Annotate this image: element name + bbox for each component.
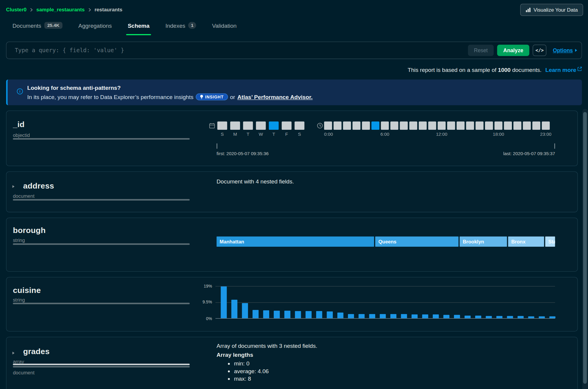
hour-square[interactable] [542, 121, 550, 130]
field-type: document [13, 193, 34, 199]
cuisine-bar[interactable] [412, 314, 418, 318]
weekday-square[interactable] [217, 121, 227, 130]
borough-segment[interactable]: Brooklyn [460, 237, 507, 247]
hour-square[interactable] [390, 121, 398, 130]
hour-square[interactable] [343, 121, 351, 130]
expand-chevron-icon[interactable] [11, 185, 15, 189]
learn-more-label: Learn more [545, 67, 576, 73]
options-link[interactable]: Options [553, 47, 577, 53]
cuisine-bar[interactable] [401, 314, 407, 318]
hour-tick-label: 23:00 [540, 132, 551, 137]
cuisine-bar[interactable] [263, 310, 269, 318]
hour-square[interactable] [532, 121, 541, 130]
learn-more-link[interactable]: Learn more [545, 67, 582, 73]
hour-square[interactable] [409, 121, 417, 130]
borough-segment[interactable]: Queens [375, 237, 459, 247]
cuisine-bar[interactable] [518, 316, 524, 318]
cuisine-bar[interactable] [306, 311, 312, 318]
hour-square[interactable] [485, 121, 493, 130]
cuisine-bar[interactable] [464, 316, 470, 318]
hour-square[interactable] [495, 121, 503, 130]
cuisine-bar[interactable] [253, 310, 258, 318]
cuisine-bar[interactable] [380, 314, 386, 318]
analyze-button[interactable]: Analyze [497, 45, 529, 56]
cuisine-bar[interactable] [433, 315, 439, 318]
cuisine-bar[interactable] [284, 311, 290, 318]
cuisine-bar[interactable] [221, 286, 227, 318]
cuisine-bar[interactable] [242, 303, 248, 318]
cuisine-bar[interactable] [475, 316, 481, 318]
banner-line2: In its place, you may refer to Data Expl… [27, 93, 313, 100]
sample-count: 1000 [498, 67, 510, 73]
cuisine-bar[interactable] [337, 313, 343, 318]
tab-validation[interactable]: Validation [212, 19, 236, 35]
cuisine-bar[interactable] [295, 311, 301, 318]
cuisine-bar[interactable] [496, 316, 502, 318]
cuisine-bar[interactable] [316, 311, 322, 318]
cuisine-bar[interactable] [443, 315, 449, 318]
weekday-square[interactable] [243, 121, 253, 130]
cuisine-bar[interactable] [486, 316, 492, 318]
cuisine-bar[interactable] [422, 315, 428, 318]
weekday-square[interactable] [295, 121, 304, 130]
hour-square[interactable] [475, 121, 484, 130]
weekday-label: M [230, 132, 240, 137]
hour-square[interactable] [353, 121, 361, 130]
hour-square[interactable] [447, 121, 455, 130]
field-type: string [13, 237, 25, 243]
hour-square[interactable] [324, 121, 332, 130]
cuisine-bar[interactable] [539, 316, 545, 318]
weekday-square[interactable] [282, 121, 292, 130]
weekday-square[interactable] [230, 121, 240, 130]
visualize-data-button[interactable]: Visualize Your Data [520, 4, 583, 16]
weekday-square[interactable] [269, 121, 279, 130]
breadcrumb-database[interactable]: sample_restaurants [36, 7, 85, 13]
hour-square[interactable] [523, 121, 531, 130]
hour-square[interactable] [400, 121, 408, 130]
cuisine-bar[interactable] [369, 314, 375, 318]
options-label: Options [553, 47, 573, 53]
performance-advisor-link[interactable]: Atlas’ Performance Advisor. [237, 94, 313, 100]
tab-documents[interactable]: Documents 25.4K [13, 19, 62, 35]
reset-button[interactable]: Reset [468, 45, 494, 56]
cuisine-bar[interactable] [348, 314, 354, 318]
hour-square[interactable] [334, 121, 342, 130]
cuisine-bar[interactable] [390, 314, 396, 318]
hour-square[interactable] [513, 121, 521, 130]
cuisine-bar[interactable] [274, 311, 280, 318]
cuisine-bar[interactable] [327, 311, 333, 318]
cuisine-bar[interactable] [549, 317, 555, 318]
cuisine-bar[interactable] [358, 314, 364, 318]
tab-schema-label: Schema [128, 22, 150, 29]
scrollbar-thumb[interactable] [583, 112, 587, 384]
tab-schema[interactable]: Schema [128, 19, 150, 35]
vertical-scrollbar[interactable] [582, 109, 588, 389]
hour-square[interactable] [504, 121, 512, 130]
hour-square[interactable] [466, 121, 474, 130]
hour-square[interactable] [419, 121, 427, 130]
query-input[interactable] [14, 47, 468, 54]
tab-indexes[interactable]: Indexes 1 [165, 19, 196, 35]
breadcrumb-cluster[interactable]: Cluster0 [6, 7, 27, 13]
hour-square[interactable] [381, 121, 389, 130]
hour-square[interactable] [438, 121, 446, 130]
cuisine-bar[interactable] [231, 300, 237, 318]
borough-segment[interactable]: Bronx [508, 237, 544, 247]
expand-chevron-icon[interactable] [11, 351, 15, 355]
hour-square[interactable] [371, 121, 379, 130]
hour-square[interactable] [362, 121, 370, 130]
weekday-histogram: SMTWTFS [217, 121, 304, 137]
cuisine-bar[interactable] [454, 315, 460, 318]
cuisine-bar[interactable] [507, 316, 513, 318]
weekday-square[interactable] [256, 121, 266, 130]
hour-tick-label: 0:00 [324, 132, 333, 137]
tab-aggregations[interactable]: Aggregations [78, 19, 112, 35]
cuisine-bar[interactable] [528, 316, 534, 318]
hour-square[interactable] [428, 121, 436, 130]
borough-segment[interactable]: Manhattan [217, 237, 374, 247]
hour-square[interactable] [457, 121, 465, 130]
code-toggle-button[interactable]: </> [533, 45, 547, 56]
chevron-right-icon [30, 8, 33, 12]
array-length-stat: min: 0 [234, 360, 317, 367]
borough-segment[interactable]: Staten Island [545, 237, 555, 247]
